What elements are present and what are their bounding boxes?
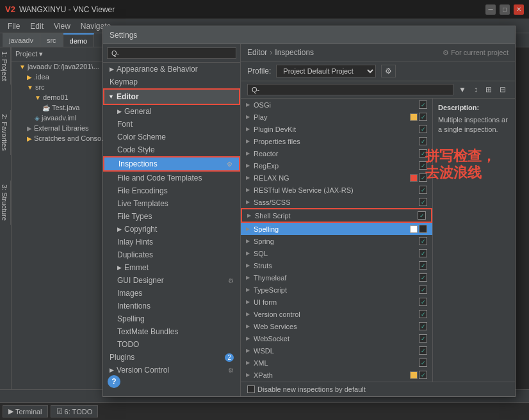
inspections-toolbar: ▼ ↕ ⊞ ⊟	[241, 81, 515, 99]
description-panel: Description: Multiple inspections ar a s…	[433, 99, 515, 382]
check-icon[interactable]	[419, 225, 427, 233]
inspection-properties[interactable]: ▶Properties files	[241, 135, 432, 147]
check-icon[interactable]	[419, 186, 427, 194]
check-icon[interactable]	[419, 359, 427, 367]
nav-general[interactable]: ▶ General	[103, 105, 240, 118]
inspection-osgi[interactable]: ▶OSGi	[241, 99, 432, 111]
check-icon[interactable]	[419, 334, 427, 343]
inspection-shell[interactable]: ▶Shell Script	[241, 208, 432, 223]
inspection-sql[interactable]: ▶SQL	[241, 247, 432, 259]
check-icon[interactable]	[419, 310, 427, 318]
profile-gear-button[interactable]: ⚙	[381, 65, 396, 77]
inspection-sass[interactable]: ▶Sass/SCSS	[241, 196, 432, 208]
nav-todo[interactable]: TODO	[103, 338, 240, 351]
nav-live-templates[interactable]: Live Templates	[103, 197, 240, 210]
settings-search-input[interactable]	[107, 47, 236, 59]
expand-button[interactable]: ⊞	[483, 84, 494, 95]
nav-duplicates[interactable]: Duplicates	[103, 248, 240, 261]
inspection-webservices[interactable]: ▶Web Services	[241, 320, 432, 332]
check-icon[interactable]	[419, 249, 427, 257]
inspection-uiform[interactable]: ▶UI form	[241, 296, 432, 308]
tab-demo[interactable]: demo	[63, 33, 95, 47]
vert-tab-project[interactable]: 1: Project	[0, 47, 11, 85]
close-button[interactable]: ✕	[514, 4, 524, 15]
menu-view[interactable]: View	[49, 20, 76, 32]
check-icon[interactable]	[419, 261, 427, 270]
check-icon[interactable]	[419, 101, 427, 109]
inspection-play[interactable]: ▶Play	[241, 111, 432, 123]
inspection-typescript[interactable]: ▶TypeScript	[241, 284, 432, 296]
check-icon[interactable]	[419, 237, 427, 245]
inspection-vcs[interactable]: ▶Version control	[241, 308, 432, 320]
inspection-websocket[interactable]: ▶WebSocket	[241, 332, 432, 344]
inspection-name: RegExp	[254, 162, 279, 170]
nav-images[interactable]: Images	[103, 287, 240, 300]
check-icon[interactable]	[419, 125, 427, 133]
menu-edit[interactable]: Edit	[25, 20, 49, 32]
nav-appearance[interactable]: ▶ Appearance & Behavior	[103, 63, 240, 76]
inspection-restful[interactable]: ▶RESTful Web Service (JAX-RS)	[241, 184, 432, 196]
inspections-search-input[interactable]	[247, 84, 453, 95]
nav-textmate[interactable]: TextMate Bundles	[103, 325, 240, 338]
nav-spelling[interactable]: Spelling	[103, 312, 240, 325]
inspection-xpath[interactable]: ▶XPath	[241, 369, 432, 381]
check-icon[interactable]	[419, 113, 427, 121]
checkbox-icon[interactable]	[247, 385, 255, 393]
nav-editor[interactable]: ▼ Editor	[103, 88, 240, 105]
minimize-button[interactable]: ─	[485, 4, 496, 15]
nav-file-code-templates[interactable]: File and Code Templates	[103, 172, 240, 184]
collapse-button[interactable]: ⊟	[497, 84, 509, 95]
check-icon[interactable]	[419, 286, 427, 294]
content-header: Editor › Inspections ⚙ For current proje…	[241, 44, 515, 61]
check-icon[interactable]	[419, 346, 427, 355]
check-icon[interactable]	[419, 371, 427, 379]
inspection-reactor[interactable]: ▶Reactor	[241, 147, 432, 159]
check-icon[interactable]	[419, 198, 427, 206]
nav-file-encodings[interactable]: File Encodings	[103, 184, 240, 197]
nav-intentions[interactable]: Intentions	[103, 300, 240, 312]
inspection-regexp[interactable]: ▶RegExp	[241, 159, 432, 172]
inspection-spelling[interactable]: ▶Spelling	[241, 223, 432, 235]
title-bar: V2 WANGXINYU - VNC Viewer ─ □ ✕	[0, 0, 529, 19]
inspection-spring[interactable]: ▶Spring	[241, 235, 432, 247]
sort-button[interactable]: ↕	[471, 84, 480, 95]
tab-javaadv[interactable]: javaadv	[3, 33, 40, 47]
tab-src[interactable]: src	[40, 33, 63, 47]
taskbar-terminal[interactable]: ▶ Terminal	[3, 405, 48, 417]
inspection-struts[interactable]: ▶Struts	[241, 259, 432, 271]
inspection-plugindevkit[interactable]: ▶Plugin DevKit	[241, 123, 432, 135]
nav-inlay-hints[interactable]: Inlay Hints	[103, 236, 240, 248]
nav-keymap[interactable]: Keymap	[103, 76, 240, 88]
nav-color-scheme[interactable]: Color Scheme	[103, 131, 240, 143]
check-icon[interactable]	[419, 137, 427, 145]
nav-code-style[interactable]: Code Style	[103, 143, 240, 156]
check-icon[interactable]	[419, 322, 427, 330]
nav-emmet[interactable]: ▶ Emmet	[103, 261, 240, 274]
nav-version-control[interactable]: ▶ Version Control ⚙	[103, 364, 240, 376]
inspection-name: XML	[254, 359, 268, 367]
help-button[interactable]: ?	[108, 375, 120, 388]
nav-gui-designer[interactable]: GUI Designer ⚙	[103, 274, 240, 287]
profile-select[interactable]: Project Default Project	[276, 65, 376, 77]
inspection-name: RESTful Web Service (JAX-RS)	[254, 186, 354, 194]
check-icon[interactable]	[419, 298, 427, 306]
nav-file-types[interactable]: File Types	[103, 210, 240, 223]
nav-inspections[interactable]: Inspections ⚙	[103, 156, 240, 172]
nav-font[interactable]: Font	[103, 118, 240, 131]
inspection-relaxng[interactable]: ▶RELAX NG	[241, 172, 432, 184]
inspection-xml[interactable]: ▶XML	[241, 357, 432, 369]
inspection-thymeleaf[interactable]: ▶Thymeleaf	[241, 271, 432, 284]
menu-file[interactable]: File	[3, 20, 25, 32]
taskbar-todo[interactable]: ☑ 6: TODO	[51, 405, 99, 417]
check-icon[interactable]	[419, 273, 427, 282]
window-controls[interactable]: ─ □ ✕	[485, 4, 524, 15]
nav-copyright[interactable]: ▶ Copyright	[103, 223, 240, 236]
inspection-wsdl[interactable]: ▶WSDL	[241, 344, 432, 357]
vert-tab-favorites[interactable]: 2: Favorites	[0, 110, 11, 154]
vert-tab-structure[interactable]: 3: Structure	[0, 181, 11, 225]
filter-button[interactable]: ▼	[456, 84, 469, 95]
maximize-button[interactable]: □	[500, 4, 510, 15]
check-icon[interactable]	[418, 211, 426, 220]
nav-plugins[interactable]: Plugins 2	[103, 351, 240, 364]
disable-checkbox-label[interactable]: Disable new inspections by default	[247, 385, 366, 393]
